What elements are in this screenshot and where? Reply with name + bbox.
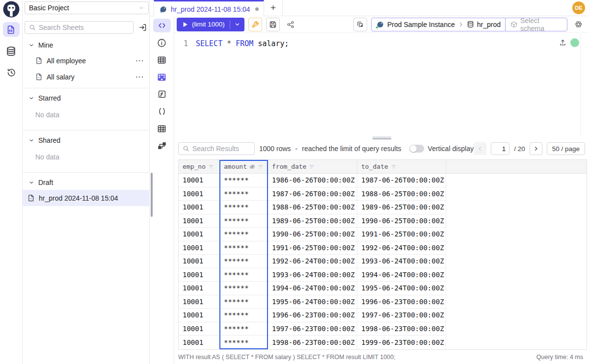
cell-emp-no[interactable]: 10001 [179,241,220,255]
cell-emp-no[interactable]: 10001 [179,187,220,201]
section-mine[interactable]: Mine [23,38,149,52]
cell-amount[interactable]: ****** [220,187,268,201]
cell-to-date[interactable]: 1991-06-25T00:00:00Z [357,228,446,241]
results-search-input[interactable] [192,145,250,153]
cell-to-date[interactable]: 1996-06-23T00:00:00Z [357,295,446,309]
sort-icon[interactable] [258,164,264,170]
new-tab-button[interactable]: + [264,0,283,16]
sheet-item-draft[interactable]: hr_prod 2024-11-08 15:04 [23,190,149,206]
sheet-search-box[interactable] [25,21,134,34]
sheet-search-input[interactable] [39,24,129,31]
cell-to-date[interactable]: 1993-06-24T00:00:00Z [357,255,446,268]
section-draft[interactable]: Draft [23,175,149,190]
run-options-caret[interactable] [230,18,244,31]
cell-to-date[interactable]: 1988-06-25T00:00:00Z [357,187,446,201]
cell-from-date[interactable]: 1992-06-24T00:00:00Z [268,255,357,268]
cell-to-date[interactable]: 1997-06-23T00:00:00Z [357,309,446,322]
more-icon[interactable]: ··· [136,73,145,80]
bytebase-logo[interactable] [2,0,20,18]
cell-from-date[interactable]: 1996-06-23T00:00:00Z [268,309,357,322]
upload-sql-icon[interactable] [559,39,566,46]
strip-table-button[interactable] [153,53,171,67]
sql-editor[interactable]: 1 SELECT * FROM salary; [174,33,589,136]
cell-from-date[interactable]: 1993-06-24T00:00:00Z [268,268,357,282]
cell-from-date[interactable]: 1995-06-24T00:00:00Z [268,295,357,309]
ai-assistant-button[interactable] [571,18,585,31]
cell-from-date[interactable]: 1998-06-23T00:00:00Z [268,336,357,349]
cell-to-date[interactable]: 1994-06-24T00:00:00Z [357,268,446,282]
rail-worksheet-button[interactable] [3,22,20,37]
results-search-box[interactable] [178,142,255,155]
strip-code-button[interactable] [153,19,171,32]
cell-amount[interactable]: ****** [220,255,268,268]
cell-to-date[interactable]: 1992-06-24T00:00:00Z [357,241,446,255]
cell-amount[interactable]: ****** [220,268,268,282]
cell-from-date[interactable]: 1990-06-25T00:00:00Z [268,228,357,241]
strip-info-button[interactable] [153,36,171,50]
cell-from-date[interactable]: 1986-06-26T00:00:00Z [268,174,357,187]
cell-from-date[interactable]: 1989-06-25T00:00:00Z [268,214,357,228]
cell-amount[interactable]: ****** [220,322,268,336]
cell-amount[interactable]: ****** [220,228,268,241]
sheet-item-all-employee[interactable]: All employee ··· [23,52,149,69]
cell-emp-no[interactable]: 10001 [179,282,220,295]
column-header-amount[interactable]: amount [220,160,268,173]
cell-to-date[interactable]: 1998-06-23T00:00:00Z [357,322,446,336]
strip-brackets-button[interactable] [153,104,171,118]
cell-to-date[interactable]: 1987-06-26T00:00:00Z [357,174,446,187]
cell-amount[interactable]: ****** [220,282,268,295]
run-button[interactable]: (limit 1000) [177,18,244,31]
strip-schema-diagram-button[interactable] [153,139,171,153]
page-number-input[interactable] [491,142,509,155]
schema-select[interactable]: Select schema [505,18,567,31]
format-sql-button[interactable] [248,18,262,31]
cell-amount[interactable]: ****** [220,214,268,228]
cell-amount[interactable]: ****** [220,241,268,255]
cell-emp-no[interactable]: 10001 [179,228,220,241]
sheet-item-all-salary[interactable]: All salary ··· [23,69,149,85]
vertical-display-toggle[interactable] [409,145,424,153]
share-button[interactable] [284,18,297,31]
cell-from-date[interactable]: 1994-06-24T00:00:00Z [268,282,357,295]
more-icon[interactable]: ··· [136,57,145,64]
cell-amount[interactable]: ****** [220,336,268,349]
cell-from-date[interactable]: 1991-06-25T00:00:00Z [268,241,357,255]
cell-emp-no[interactable]: 10001 [179,268,220,282]
user-avatar[interactable]: DE [572,1,585,14]
sort-icon[interactable] [391,164,397,170]
cell-to-date[interactable]: 1989-06-25T00:00:00Z [357,201,446,214]
section-starred[interactable]: Starred [23,91,149,105]
cell-emp-no[interactable]: 10001 [179,309,220,322]
tab-hr-prod[interactable]: hr_prod 2024-11-08 15:04 [154,0,264,17]
column-header-to-date[interactable]: to_date [357,160,446,173]
cell-amount[interactable]: ****** [220,295,268,309]
page-size-select[interactable]: 50 / page [547,142,585,155]
cell-to-date[interactable]: 1999-06-23T00:00:00Z [357,336,446,349]
column-header-emp-no[interactable]: emp_no [179,160,220,173]
section-shared[interactable]: Shared [23,133,149,148]
cell-amount[interactable]: ****** [220,201,268,214]
project-select[interactable]: Basic Project [25,1,149,14]
cell-amount[interactable]: ****** [220,309,268,322]
cell-emp-no[interactable]: 10001 [179,201,220,214]
cell-from-date[interactable]: 1997-06-23T00:00:00Z [268,322,357,336]
connection-breadcrumb[interactable]: Prod Sample Instance hr_prod [372,18,505,31]
cell-to-date[interactable]: 1990-06-25T00:00:00Z [357,214,446,228]
cell-emp-no[interactable]: 10001 [179,214,220,228]
rail-history-button[interactable] [3,65,20,80]
cell-amount[interactable]: ****** [220,174,268,187]
strip-function-button[interactable] [153,87,171,101]
next-page-button[interactable] [530,142,542,155]
batch-query-button[interactable] [353,18,367,31]
cell-emp-no[interactable]: 10001 [179,295,220,309]
prev-page-button[interactable] [474,142,486,155]
sort-icon[interactable] [309,164,315,170]
import-sheet-icon[interactable] [138,23,147,32]
column-header-from-date[interactable]: from_date [268,160,357,173]
sort-icon[interactable] [208,164,214,170]
panel-resize-handle[interactable] [174,136,589,140]
strip-masked-table-button[interactable] [153,70,171,84]
strip-table2-button[interactable] [153,122,171,135]
cell-from-date[interactable]: 1987-06-26T00:00:00Z [268,187,357,201]
cell-emp-no[interactable]: 10001 [179,255,220,268]
